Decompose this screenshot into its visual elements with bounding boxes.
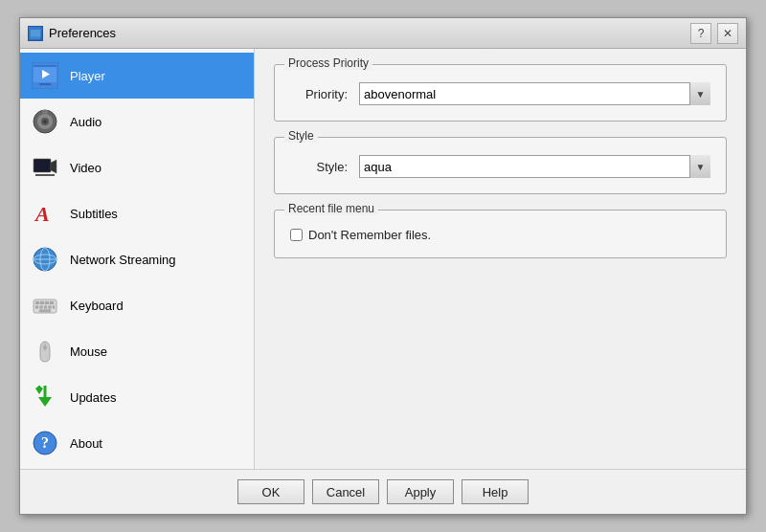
svg-point-34 <box>43 345 47 350</box>
titlebar: Preferences ? ✕ <box>20 18 746 49</box>
style-group: Style Style: aqua default dark windows ▼ <box>274 137 727 194</box>
sidebar-item-subtitles[interactable]: A Subtitles <box>20 190 254 236</box>
svg-point-11 <box>44 121 47 123</box>
updates-icon <box>30 382 60 412</box>
video-icon <box>30 152 60 183</box>
sidebar-item-updates[interactable]: Updates <box>20 374 254 420</box>
sidebar-network-label: Network Streaming <box>70 253 176 267</box>
sidebar-item-about[interactable]: ? About <box>20 420 254 466</box>
svg-rect-32 <box>39 310 51 313</box>
close-button[interactable]: ✕ <box>717 23 738 44</box>
svg-rect-29 <box>44 306 47 309</box>
priority-select[interactable]: normal abovenormal high realtime belowno… <box>359 82 710 105</box>
svg-rect-1 <box>31 29 40 36</box>
ok-button[interactable]: OK <box>237 479 304 504</box>
sidebar-subtitles-label: Subtitles <box>70 207 118 221</box>
svg-rect-30 <box>49 306 52 309</box>
sidebar-item-player[interactable]: Player <box>20 53 254 99</box>
style-select[interactable]: aqua default dark windows <box>359 155 710 178</box>
sidebar-item-mouse[interactable]: Mouse <box>20 328 254 374</box>
sidebar-item-video[interactable]: Video <box>20 144 254 190</box>
sidebar-player-label: Player <box>70 69 105 83</box>
svg-marker-15 <box>51 160 56 173</box>
sidebar-updates-label: Updates <box>70 390 116 405</box>
sidebar-keyboard-label: Keyboard <box>70 299 124 313</box>
style-select-wrapper: aqua default dark windows ▼ <box>359 155 710 178</box>
svg-rect-16 <box>35 174 55 176</box>
subtitles-icon: A <box>30 198 60 229</box>
mouse-icon <box>30 336 60 366</box>
svg-rect-6 <box>39 83 51 85</box>
network-icon <box>30 244 60 275</box>
svg-rect-23 <box>35 301 39 304</box>
svg-rect-28 <box>40 306 43 309</box>
svg-rect-26 <box>50 301 54 304</box>
content-area: Player Audio <box>20 49 746 469</box>
help-button[interactable]: ? <box>690 23 711 44</box>
svg-rect-31 <box>53 306 55 309</box>
priority-select-wrapper: normal abovenormal high realtime belowno… <box>359 82 710 105</box>
keyboard-icon <box>30 290 60 321</box>
app-icon <box>28 26 43 41</box>
process-priority-group: Process Priority Priority: normal aboven… <box>274 64 727 122</box>
bottom-bar: OK Cancel Apply Help <box>20 469 746 514</box>
svg-rect-14 <box>34 160 50 171</box>
svg-rect-25 <box>45 301 49 304</box>
sidebar-item-network[interactable]: Network Streaming <box>20 236 254 282</box>
sidebar-item-audio[interactable]: Audio <box>20 99 254 144</box>
sidebar-item-keyboard[interactable]: Keyboard <box>20 282 254 328</box>
svg-text:?: ? <box>41 434 49 451</box>
main-panel: Process Priority Priority: normal aboven… <box>255 49 746 469</box>
audio-icon <box>30 106 60 137</box>
dont-remember-checkbox[interactable] <box>290 229 303 241</box>
style-row: Style: aqua default dark windows ▼ <box>290 155 710 178</box>
sidebar-video-label: Video <box>70 161 101 175</box>
apply-button[interactable]: Apply <box>387 479 454 504</box>
svg-rect-2 <box>31 29 40 30</box>
style-label: Style: <box>290 160 348 174</box>
sidebar-audio-label: Audio <box>70 115 101 129</box>
recent-file-menu-group: Recent file menu Don't Remember files. <box>274 210 727 258</box>
svg-rect-5 <box>34 65 56 67</box>
titlebar-left: Preferences <box>28 26 116 41</box>
player-icon <box>30 60 60 91</box>
svg-rect-27 <box>35 306 38 309</box>
help-bottom-button[interactable]: Help <box>462 479 529 504</box>
sidebar-about-label: About <box>70 436 102 451</box>
window-title: Preferences <box>49 26 116 40</box>
about-icon: ? <box>30 428 60 458</box>
dont-remember-label[interactable]: Don't Remember files. <box>308 228 431 242</box>
priority-label: Priority: <box>290 87 348 101</box>
svg-rect-24 <box>40 301 44 304</box>
priority-row: Priority: normal abovenormal high realti… <box>290 82 710 105</box>
preferences-window: Preferences ? ✕ Player <box>19 17 747 515</box>
cancel-button[interactable]: Cancel <box>312 479 379 504</box>
svg-text:A: A <box>34 202 50 226</box>
style-legend: Style <box>284 129 318 143</box>
process-priority-legend: Process Priority <box>284 56 372 70</box>
sidebar-mouse-label: Mouse <box>70 344 107 359</box>
recent-file-legend: Recent file menu <box>284 202 378 215</box>
svg-marker-39 <box>35 388 43 394</box>
svg-marker-38 <box>35 386 43 388</box>
sidebar: Player Audio <box>20 49 255 469</box>
svg-rect-12 <box>42 110 48 114</box>
svg-marker-36 <box>38 397 52 407</box>
dont-remember-row: Don't Remember files. <box>290 228 710 242</box>
titlebar-controls: ? ✕ <box>690 23 738 44</box>
